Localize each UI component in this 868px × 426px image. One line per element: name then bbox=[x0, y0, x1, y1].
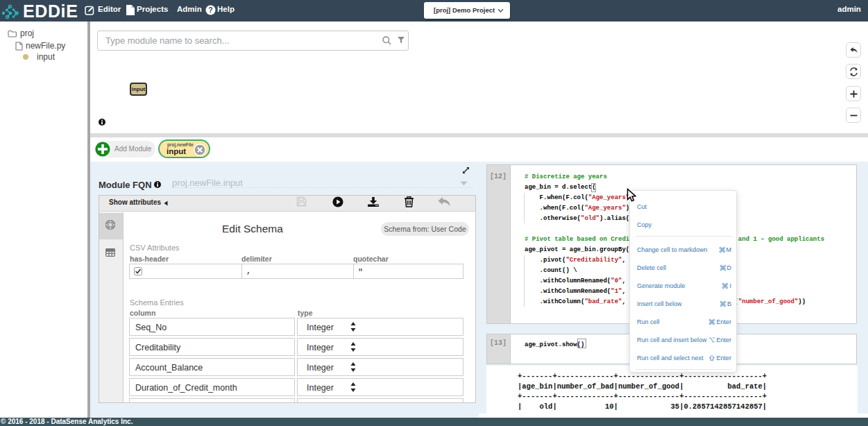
svg-text:?: ? bbox=[208, 6, 212, 14]
